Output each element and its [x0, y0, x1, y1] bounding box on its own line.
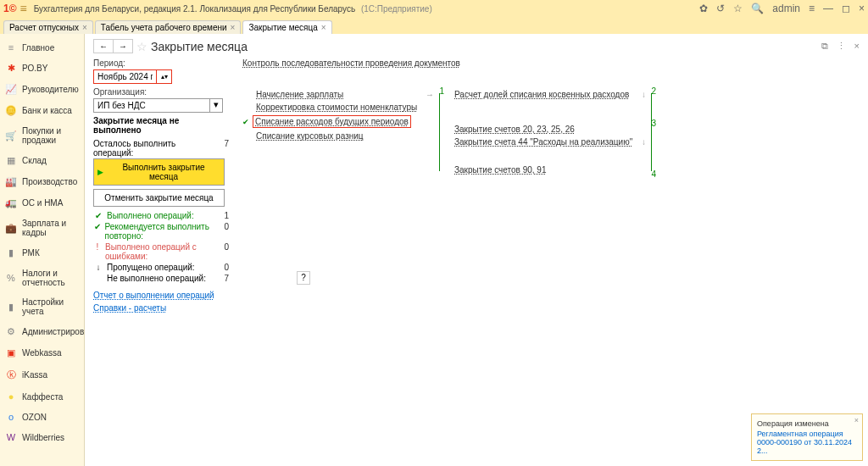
sidebar-item-label: РМК [22, 248, 40, 258]
stage-num: 4 [651, 169, 656, 179]
sidebar-item-label: Wildberries [22, 433, 64, 442]
status-line: ✔Рекомендуется выполнить повторно:0 [93, 221, 229, 241]
close-icon[interactable]: × [82, 23, 87, 32]
operation-link[interactable]: Начисление зарплаты [256, 90, 343, 99]
top-link[interactable]: Контроль последовательности проведения д… [242, 58, 860, 68]
sidebar-item-icon: 💼 [5, 223, 17, 234]
sidebar-item-label: Руководителю [22, 85, 79, 94]
not-done-notice: Закрытие месяца не выполнено [93, 116, 229, 135]
stage-num: 2 [651, 86, 656, 96]
sidebar-item[interactable]: ⓚiKassa [0, 363, 84, 386]
sidebar-item-icon: ▣ [5, 347, 17, 358]
sidebar-item[interactable]: ●Каффеста [0, 386, 84, 407]
operation-link[interactable]: Закрытие счетов 20, 23, 25, 26 [454, 125, 575, 134]
sidebar-item[interactable]: %Налоги и отчетность [0, 264, 84, 292]
sidebar-item[interactable]: WWildberries [0, 427, 84, 447]
sidebar-item-icon: ▮ [5, 247, 17, 258]
notif-icon[interactable]: ✿ [699, 3, 708, 14]
search-icon[interactable]: 🔍 [751, 3, 764, 14]
sidebar-item-label: Банк и касса [22, 106, 72, 115]
notif-link2[interactable]: 0000-000190 от 30.11.2024 2... [757, 438, 852, 455]
operation-link[interactable]: Корректировка стоимости номенклатуры [256, 103, 417, 112]
report-link[interactable]: Отчет о выполнении операций [93, 291, 229, 300]
sidebar-item[interactable]: ▦Склад [0, 150, 84, 171]
sidebar-item[interactable]: 🚛ОС и НМА [0, 192, 84, 214]
sidebar-item-label: ОС и НМА [22, 198, 63, 208]
sidebar-item[interactable]: ▣Webkassa [0, 342, 84, 363]
close-icon[interactable]: × [854, 416, 859, 424]
close-icon[interactable]: × [859, 3, 865, 14]
sidebar-item[interactable]: ✱РО.BY [0, 58, 84, 79]
expand-icon[interactable]: ⧉ [821, 41, 828, 52]
sidebar-item-label: OZON [22, 413, 47, 422]
sidebar-item-icon: 🛒 [5, 130, 17, 141]
star-icon[interactable]: ☆ [733, 3, 743, 14]
minimize-icon[interactable]: — [823, 3, 833, 14]
sidebar-item[interactable]: 💼Зарплата и кадры [0, 214, 84, 242]
period-input[interactable] [93, 69, 157, 84]
sidebar-item-label: Зарплата и кадры [22, 219, 79, 237]
sidebar: ≡Главное✱РО.BY📈Руководителю🪙Банк и касса… [0, 34, 85, 466]
sidebar-item-icon: o [5, 412, 17, 422]
eq-icon[interactable]: ≡ [809, 3, 815, 14]
history-icon[interactable]: ↺ [716, 3, 725, 14]
page-title: Закрытие месяца [151, 40, 248, 53]
operation-link[interactable]: Списание курсовых разниц [256, 131, 364, 141]
sidebar-item[interactable]: 🪙Банк и касса [0, 100, 84, 121]
sidebar-item[interactable]: 📈Руководителю [0, 79, 84, 100]
sidebar-item[interactable]: oOZON [0, 407, 84, 427]
sidebar-item[interactable]: ▮Настройки учета [0, 292, 84, 321]
pending-label: Осталось выполнить операций: [93, 139, 217, 158]
nav-fwd[interactable]: → [114, 40, 132, 53]
operation-link[interactable]: Закрытие счета 44 "Расходы на реализацию… [454, 137, 632, 147]
sidebar-item-icon: ▮ [5, 302, 17, 313]
sidebar-item[interactable]: ≡Главное [0, 37, 84, 58]
favorite-icon[interactable]: ☆ [136, 40, 147, 53]
status-line: Не выполнено операций:7 [93, 273, 229, 284]
operation-link[interactable]: Закрытие счетов 90, 91 [454, 165, 546, 175]
dropdown-icon[interactable]: ▾ [210, 98, 223, 113]
status-line: ✔Выполнено операций:1 [93, 210, 229, 221]
user-label[interactable]: admin [772, 3, 800, 14]
execute-button[interactable]: ▶Выполнить закрытие месяца [93, 158, 225, 186]
org-input[interactable] [93, 98, 210, 113]
sidebar-item[interactable]: ▮РМК [0, 242, 84, 264]
tab-month-close[interactable]: Закрытие месяца× [242, 20, 331, 34]
sidebar-item-label: Склад [22, 156, 47, 165]
period-label: Период: [93, 58, 229, 68]
org-label: Организация: [93, 87, 229, 97]
notification-popup: × Операция изменена Регламентная операци… [751, 413, 863, 461]
help-button[interactable]: ? [297, 271, 310, 285]
status-line: ↓Пропущено операций:0 [93, 262, 229, 273]
sidebar-item[interactable]: 🛒Покупки и продажи [0, 121, 84, 150]
stage-2: 2 3 Расчет долей списания косвенных расх… [454, 88, 649, 176]
close-icon[interactable]: × [231, 23, 236, 32]
down-arrow-icon: ↓ [642, 90, 646, 99]
sidebar-item-icon: ▦ [5, 155, 17, 166]
close-icon[interactable]: × [321, 23, 326, 32]
notif-title: Операция изменена [757, 419, 857, 428]
nav-back[interactable]: ← [94, 40, 114, 53]
sidebar-item-label: Налоги и отчетность [22, 269, 79, 287]
sidebar-item[interactable]: ⚙Администрирование [0, 321, 84, 342]
tab-timesheet[interactable]: Табель учета рабочего времени× [95, 20, 242, 34]
spin-buttons[interactable]: ▴▾ [157, 69, 172, 84]
sidebar-item-label: Производство [22, 177, 77, 186]
operation-link[interactable]: Расчет долей списания косвенных расходов [454, 90, 629, 99]
notif-link1[interactable]: Регламентная операция [757, 430, 843, 438]
sidebar-item[interactable]: 🏭Производство [0, 171, 84, 192]
sidebar-item-label: РО.BY [22, 64, 47, 73]
sidebar-item-label: Каффеста [22, 392, 63, 402]
more-icon[interactable]: ⋮ [837, 41, 846, 52]
cancel-button[interactable]: Отменить закрытие месяца [93, 189, 225, 207]
menu-icon[interactable]: ≡ [20, 2, 27, 15]
sidebar-item-icon: 🏭 [5, 176, 17, 187]
pending-count: 7 [217, 139, 229, 158]
maximize-icon[interactable]: ◻ [842, 3, 850, 14]
tab-vacation[interactable]: Расчет отпускных× [3, 20, 93, 34]
sidebar-item-icon: ✱ [5, 63, 17, 74]
help-link[interactable]: Справки - расчеты [93, 303, 229, 313]
close-icon[interactable]: × [854, 41, 860, 52]
operation-link[interactable]: Списание расходов будущих периодов [253, 115, 411, 128]
play-icon: ▶ [97, 168, 103, 176]
